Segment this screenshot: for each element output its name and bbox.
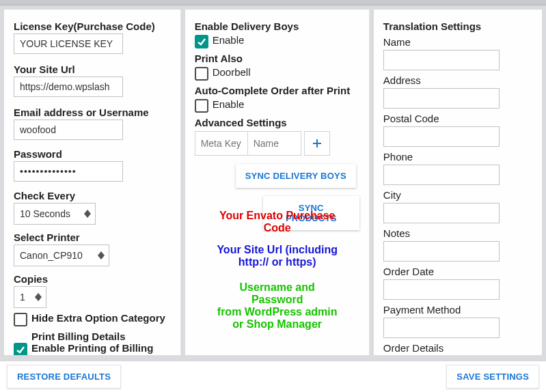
add-meta-button[interactable] (304, 131, 330, 156)
password-label: Password (14, 148, 171, 160)
translation-field-input[interactable] (383, 126, 500, 147)
footer-bar: RESTORE DEFAULTS SAVE SETTINGS (0, 361, 546, 392)
translation-panel: Translation Settings NameAddressPostal C… (374, 10, 542, 355)
sync-delivery-boys-button[interactable]: SYNC DELIVERY BOYS (236, 164, 356, 188)
translation-field-input[interactable] (383, 88, 500, 109)
billing-header: Print Billing Details (31, 331, 171, 342)
meta-name-input[interactable] (248, 131, 301, 156)
translation-field-label: Payment Method (383, 304, 532, 316)
svg-marker-3 (98, 255, 105, 260)
autocomplete-label: Auto-Complete Order after Print (195, 85, 359, 96)
hide-extra-row: Hide Extra Option Category (14, 312, 171, 326)
stepper-icon (35, 293, 42, 301)
printer-value: Canon_CP910 (20, 250, 83, 261)
translation-field-input[interactable] (383, 318, 500, 338)
translation-field-label: Address (383, 74, 532, 86)
svg-marker-1 (84, 214, 91, 218)
translation-field-label: Notes (383, 227, 532, 239)
billing-checkbox[interactable] (14, 343, 27, 355)
password-input[interactable] (14, 161, 123, 182)
license-key-label: License Key(Purchase Code) (14, 20, 171, 32)
save-settings-button[interactable]: SAVE SETTINGS (446, 365, 539, 389)
meta-key-input[interactable] (195, 131, 248, 156)
check-every-label: Check Every (14, 190, 171, 201)
annotation-purchase-code: Your Envato Purchase Code (209, 210, 346, 234)
translation-field-label: Order Details (383, 342, 532, 354)
delivery-enable-checkbox[interactable] (195, 35, 208, 48)
translation-field-label: Phone (383, 151, 532, 163)
stepper-icon (98, 251, 105, 260)
site-url-label: Your Site Url (14, 64, 171, 75)
translation-field-input[interactable] (383, 279, 500, 300)
settings-panel: Enable Delivery Boys Enable Print Also D… (185, 10, 370, 355)
translation-field-label: City (383, 189, 532, 201)
translation-field-input[interactable] (383, 203, 500, 223)
hide-extra-checkbox[interactable] (14, 313, 27, 326)
check-icon (16, 345, 25, 354)
translation-title: Translation Settings (383, 20, 532, 32)
hide-extra-label: Hide Extra Option Category (31, 312, 165, 324)
doorbell-label: Doorbell (213, 66, 251, 78)
advanced-label: Advanced Settings (195, 117, 359, 128)
translation-field-input[interactable] (383, 165, 500, 185)
copies-select[interactable]: 1 (14, 286, 46, 308)
check-icon (197, 37, 206, 46)
doorbell-checkbox[interactable] (195, 67, 208, 81)
annotation-credentials: Username and Password from WordPress adm… (206, 281, 349, 331)
plus-icon (312, 138, 323, 149)
autocomplete-enable-label: Enable (213, 98, 245, 110)
print-also-label: Print Also (195, 53, 359, 64)
translation-field-label: Name (383, 36, 532, 48)
select-printer-label: Select Printer (14, 232, 171, 243)
copies-value: 1 (20, 292, 25, 303)
connection-panel: License Key(Purchase Code) Your Site Url… (4, 10, 181, 355)
delivery-enable-label: Enable (213, 34, 245, 46)
email-input[interactable] (14, 120, 123, 140)
svg-marker-5 (35, 297, 42, 301)
translation-field-label: Postal Code (383, 113, 532, 124)
billing-label: Enable Printing of Billing (31, 342, 153, 354)
translation-field-input[interactable] (383, 241, 500, 262)
email-label: Email address or Username (14, 107, 171, 118)
printer-select[interactable]: Canon_CP910 (14, 244, 109, 266)
license-key-input[interactable] (14, 33, 123, 54)
restore-defaults-button[interactable]: RESTORE DEFAULTS (7, 365, 121, 389)
window-header (0, 0, 546, 5)
stepper-icon (84, 210, 91, 218)
annotation-site-url: Your Site Url (including http:// or http… (209, 244, 346, 268)
translation-field-label: Order Date (383, 266, 532, 277)
delivery-boys-label: Enable Delivery Boys (195, 20, 359, 32)
site-url-input[interactable] (14, 76, 123, 97)
autocomplete-checkbox[interactable] (195, 99, 208, 113)
copies-label: Copies (14, 273, 171, 285)
check-every-value: 10 Seconds (20, 208, 70, 219)
check-every-select[interactable]: 10 Seconds (14, 203, 96, 225)
translation-field-input[interactable] (383, 50, 500, 70)
